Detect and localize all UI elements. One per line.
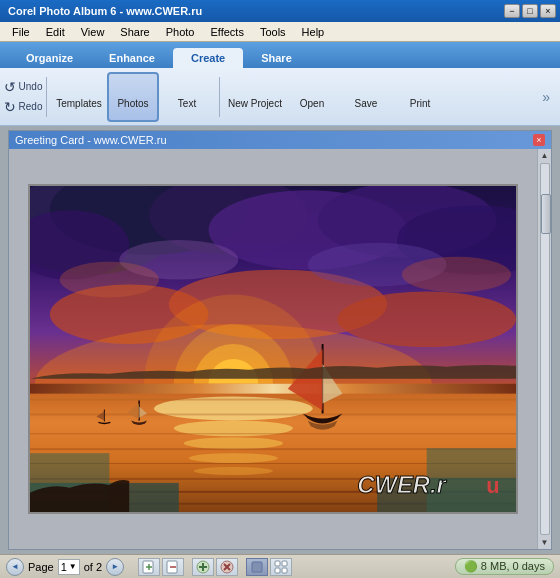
photos-label: Photos <box>117 98 148 109</box>
svg-text:u: u <box>486 473 499 498</box>
multi-view-button[interactable] <box>270 558 292 576</box>
main-content: Greeting Card - www.CWER.ru × ▲ ▼ <box>0 126 560 554</box>
scroll-track <box>540 163 550 535</box>
svg-rect-44 <box>30 399 516 401</box>
memory-status: 🟢 8 MB, 0 days <box>455 558 554 575</box>
next-page-icon: ► <box>111 562 119 571</box>
text-button[interactable]: A Text <box>161 72 213 122</box>
status-right: 🟢 8 MB, 0 days <box>455 558 554 575</box>
undo-icon: ↺ <box>4 79 16 95</box>
painting-area: CWER.r u <box>9 149 537 549</box>
close-button[interactable]: × <box>540 4 556 18</box>
svg-point-62 <box>402 257 511 293</box>
prev-page-icon: ◄ <box>11 562 19 571</box>
new-project-button[interactable]: New Project <box>226 72 284 122</box>
save-label: Save <box>355 98 378 109</box>
menu-help[interactable]: Help <box>294 24 333 40</box>
print-label: Print <box>410 98 431 109</box>
tab-share[interactable]: Share <box>243 48 310 68</box>
spacer <box>186 558 190 576</box>
photos-button[interactable]: Photos <box>107 72 159 122</box>
memory-label: 8 MB, 0 days <box>481 560 545 572</box>
new-project-label: New Project <box>228 98 282 109</box>
next-page-button[interactable]: ► <box>106 558 124 576</box>
card-window: Greeting Card - www.CWER.ru × ▲ ▼ <box>8 130 552 550</box>
scroll-down-arrow[interactable]: ▼ <box>539 536 551 549</box>
svg-rect-78 <box>282 561 287 566</box>
svg-point-42 <box>189 453 278 463</box>
menu-edit[interactable]: Edit <box>38 24 73 40</box>
delete-page-button[interactable] <box>162 558 184 576</box>
svg-point-43 <box>194 467 273 475</box>
menu-photo[interactable]: Photo <box>158 24 203 40</box>
spacer2 <box>240 558 244 576</box>
svg-point-61 <box>60 262 159 298</box>
maximize-button[interactable]: □ <box>522 4 538 18</box>
templates-label: Templates <box>56 98 102 109</box>
minimize-button[interactable]: − <box>504 4 520 18</box>
painting: CWER.r u <box>28 184 518 514</box>
toolbar: ↺ Undo ↻ Redo Templates <box>0 68 560 126</box>
delete-button[interactable] <box>216 558 238 576</box>
single-view-button[interactable] <box>246 558 268 576</box>
separator-2 <box>219 77 220 117</box>
insert-page-button[interactable] <box>138 558 160 576</box>
dropdown-arrow[interactable]: ▼ <box>69 562 77 571</box>
redo-button[interactable]: ↻ Redo <box>6 97 40 117</box>
vertical-scrollbar[interactable]: ▲ ▼ <box>537 149 551 549</box>
svg-point-41 <box>184 437 283 449</box>
page-number-dropdown[interactable]: 1 ▼ <box>58 559 80 575</box>
page-navigation: ◄ Page 1 ▼ of 2 ► <box>6 558 124 576</box>
svg-point-31 <box>337 291 516 347</box>
window-controls: − □ × <box>504 4 556 18</box>
undo-label: Undo <box>19 81 43 92</box>
page-info: Page 1 ▼ of 2 <box>28 559 102 575</box>
text-label: Text <box>178 98 196 109</box>
redo-label: Redo <box>19 101 43 112</box>
menu-share[interactable]: Share <box>112 24 157 40</box>
open-label: Open <box>300 98 324 109</box>
app-title: Corel Photo Album 6 - www.CWER.ru <box>8 5 202 17</box>
menu-tools[interactable]: Tools <box>252 24 294 40</box>
page-label: Page <box>28 561 54 573</box>
menu-effects[interactable]: Effects <box>202 24 251 40</box>
templates-button[interactable]: Templates <box>53 72 105 122</box>
tab-create[interactable]: Create <box>173 48 243 68</box>
undo-button[interactable]: ↺ Undo <box>6 77 40 97</box>
status-bar: ◄ Page 1 ▼ of 2 ► <box>0 554 560 578</box>
svg-rect-80 <box>282 568 287 573</box>
scroll-thumb[interactable] <box>541 194 551 234</box>
svg-rect-76 <box>252 562 262 572</box>
memory-icon: 🟢 <box>464 560 481 572</box>
card-close-button[interactable]: × <box>533 134 545 146</box>
svg-rect-77 <box>275 561 280 566</box>
page-number: 1 <box>61 561 67 573</box>
title-bar: Corel Photo Album 6 - www.CWER.ru − □ × <box>0 0 560 22</box>
redo-icon: ↻ <box>4 99 16 115</box>
print-button[interactable]: Print <box>394 72 446 122</box>
card-title-bar: Greeting Card - www.CWER.ru × <box>9 131 551 149</box>
tab-organize[interactable]: Organize <box>8 48 91 68</box>
scroll-up-arrow[interactable]: ▲ <box>539 149 551 162</box>
open-button[interactable]: Open <box>286 72 338 122</box>
undo-redo-group: ↺ Undo ↻ Redo <box>6 77 40 117</box>
svg-rect-79 <box>275 568 280 573</box>
card-body: ▲ ▼ <box>9 149 551 549</box>
tab-enhance[interactable]: Enhance <box>91 48 173 68</box>
status-action-icons <box>138 558 292 576</box>
menu-file[interactable]: File <box>4 24 38 40</box>
menu-bar: File Edit View Share Photo Effects Tools… <box>0 22 560 42</box>
of-pages-label: of 2 <box>84 561 102 573</box>
save-button[interactable]: Save <box>340 72 392 122</box>
card-title: Greeting Card - www.CWER.ru <box>15 134 167 146</box>
tab-bar: Organize Enhance Create Share <box>0 42 560 68</box>
separator-1 <box>46 77 47 117</box>
add-button[interactable] <box>192 558 214 576</box>
expand-icon[interactable]: » <box>538 87 554 107</box>
svg-rect-46 <box>30 433 516 434</box>
menu-view[interactable]: View <box>73 24 113 40</box>
svg-rect-38 <box>30 384 516 394</box>
prev-page-button[interactable]: ◄ <box>6 558 24 576</box>
svg-text:CWER.r: CWER.r <box>357 471 447 498</box>
